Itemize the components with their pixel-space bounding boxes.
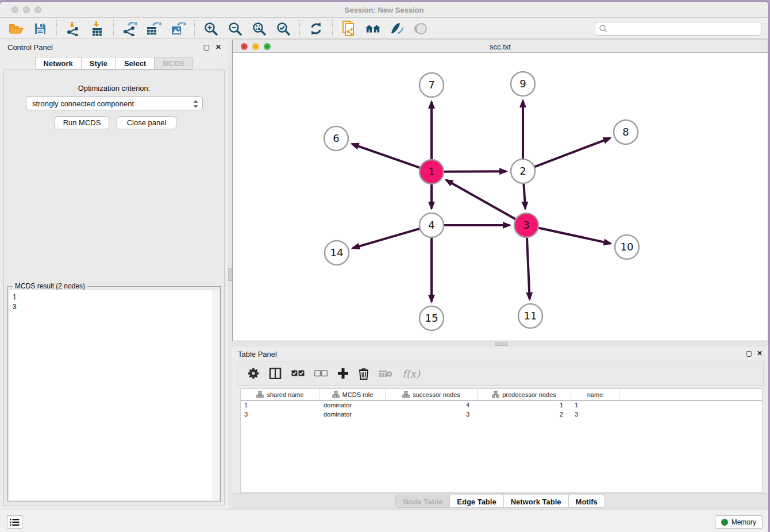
open-file-icon[interactable] (8, 21, 24, 36)
gear-icon[interactable] (248, 368, 259, 379)
edge-3-10[interactable] (538, 228, 611, 243)
svg-text:6: 6 (333, 132, 339, 144)
cell-successor-nodes[interactable]: 4 (386, 401, 478, 410)
table-tabs: Node TableEdge TableNetwork TableMotifs (395, 495, 605, 508)
network-window-titlebar[interactable]: x – + scc.txt (233, 40, 768, 53)
graph-node-10[interactable]: 10 (615, 235, 639, 259)
close-panel-button[interactable]: Close panel (117, 116, 176, 129)
cell-predecessor-nodes[interactable]: 2 (478, 410, 571, 419)
cell-MCDS-role[interactable]: dominator (320, 401, 386, 410)
search-box[interactable] (595, 22, 761, 36)
graph-node-7[interactable]: 7 (419, 73, 444, 97)
svg-text:11: 11 (524, 310, 537, 322)
edge-1-2[interactable] (444, 171, 506, 172)
table-row[interactable]: 3dominator323 (241, 410, 762, 419)
import-table-icon[interactable] (89, 21, 105, 36)
cell-shared-name[interactable]: 1 (241, 401, 320, 410)
edge-4-14[interactable] (353, 229, 420, 248)
column-header-name[interactable]: name (571, 389, 619, 400)
tab-mcds[interactable]: MCDS (154, 57, 193, 70)
column-header-MCDS-role[interactable]: MCDS role (320, 389, 386, 400)
edge-3-11[interactable] (527, 237, 530, 299)
zoom-selected-icon[interactable] (275, 21, 291, 36)
import-network-icon[interactable] (65, 21, 81, 36)
node-table[interactable]: shared nameMCDS rolesuccessor nodesprede… (240, 388, 763, 493)
run-mcds-button[interactable]: Run MCDS (55, 116, 109, 129)
edge-2-8[interactable] (534, 138, 610, 167)
graph-node-15[interactable]: 15 (419, 306, 444, 330)
cell-name[interactable]: 3 (571, 410, 619, 419)
network-graph[interactable]: 7968124314101511 (233, 53, 768, 341)
task-history-button[interactable] (7, 515, 22, 529)
column-header-successor-nodes[interactable]: successor nodes (386, 389, 478, 400)
select-stepper-icon (192, 99, 199, 109)
graph-node-3[interactable]: 3 (514, 213, 538, 237)
deselect-all-icon[interactable] (314, 370, 328, 377)
network-canvas[interactable]: 7968124314101511 (233, 53, 768, 341)
select-all-icon[interactable] (291, 370, 305, 377)
export-network-icon[interactable] (122, 21, 138, 36)
svg-text:1: 1 (428, 165, 434, 178)
export-table-icon[interactable] (146, 21, 162, 36)
cell-shared-name[interactable]: 3 (241, 410, 320, 419)
split-column-icon[interactable] (269, 368, 282, 379)
table-panel-title: Table Panel (238, 350, 277, 358)
save-session-icon[interactable] (32, 21, 48, 36)
edge-1-6[interactable] (352, 144, 420, 168)
refresh-layout-icon[interactable] (308, 21, 324, 36)
float-panel-icon[interactable]: ▢ (203, 44, 210, 51)
table-tabs-bar: Node TableEdge TableNetwork TableMotifs (232, 493, 768, 510)
zoom-in-icon[interactable] (203, 21, 219, 36)
control-panel: Control Panel ▢ ✕ NetworkStyleSelectMCDS… (0, 40, 228, 510)
tab-network[interactable]: Network (35, 57, 81, 70)
graph-node-11[interactable]: 11 (518, 304, 542, 328)
graph-node-8[interactable]: 8 (614, 120, 638, 144)
window-title: Session: New Session (0, 6, 768, 14)
export-image-icon[interactable] (170, 21, 186, 36)
result-scrollbar[interactable] (213, 290, 219, 500)
edge-2-3[interactable] (523, 183, 525, 209)
horizontal-splitter[interactable] (232, 341, 768, 347)
network-view-window: x – + scc.txt 7968124314101511 (232, 40, 768, 341)
edge-3-1[interactable] (446, 180, 515, 219)
clone-network-icon[interactable] (341, 21, 357, 36)
graph-node-6[interactable]: 6 (324, 126, 348, 151)
memory-status-icon (721, 519, 728, 526)
cell-name[interactable]: 1 (571, 401, 619, 410)
tab-motifs[interactable]: Motifs (568, 495, 605, 508)
graph-node-1[interactable]: 1 (419, 160, 444, 184)
column-header-predecessor-nodes[interactable]: predecessor nodes (478, 389, 571, 400)
add-column-icon[interactable] (337, 368, 349, 379)
graph-node-14[interactable]: 14 (325, 241, 349, 265)
cell-predecessor-nodes[interactable]: 1 (478, 401, 571, 410)
tab-node-table[interactable]: Node Table (395, 495, 449, 508)
vertical-splitter[interactable] (228, 40, 232, 510)
delete-column-icon[interactable] (359, 368, 369, 380)
app-window: Session: New Session (0, 2, 768, 532)
table-toolbar: f(x) (237, 361, 764, 386)
tab-edge-table[interactable]: Edge Table (449, 495, 503, 508)
graph-node-9[interactable]: 9 (511, 72, 535, 96)
cell-MCDS-role[interactable]: dominator (320, 410, 386, 419)
mcds-result-list[interactable]: 1 3 (9, 290, 219, 500)
column-header-shared-name[interactable]: shared name (241, 389, 320, 400)
svg-text:9: 9 (519, 78, 526, 90)
zoom-out-icon[interactable] (227, 21, 243, 36)
home-icon[interactable] (365, 21, 381, 36)
float-table-panel-icon[interactable]: ▢ (746, 350, 752, 357)
zoom-fit-icon[interactable] (251, 21, 267, 36)
close-table-panel-icon[interactable]: ✕ (757, 350, 763, 357)
graph-node-4[interactable]: 4 (419, 213, 444, 237)
table-row[interactable]: 1dominator411 (241, 401, 762, 410)
tab-network-table[interactable]: Network Table (503, 495, 568, 508)
svg-text:2: 2 (519, 165, 526, 177)
search-input[interactable] (608, 25, 761, 33)
tab-select[interactable]: Select (116, 57, 154, 70)
optimization-criterion-select[interactable]: strongly connected component (26, 97, 203, 110)
paint-style-icon[interactable] (389, 21, 405, 36)
graph-node-2[interactable]: 2 (511, 159, 535, 183)
tab-style[interactable]: Style (81, 57, 116, 70)
memory-button[interactable]: Memory (715, 515, 763, 529)
cell-successor-nodes[interactable]: 3 (386, 410, 478, 419)
close-panel-icon[interactable]: ✕ (215, 44, 221, 51)
